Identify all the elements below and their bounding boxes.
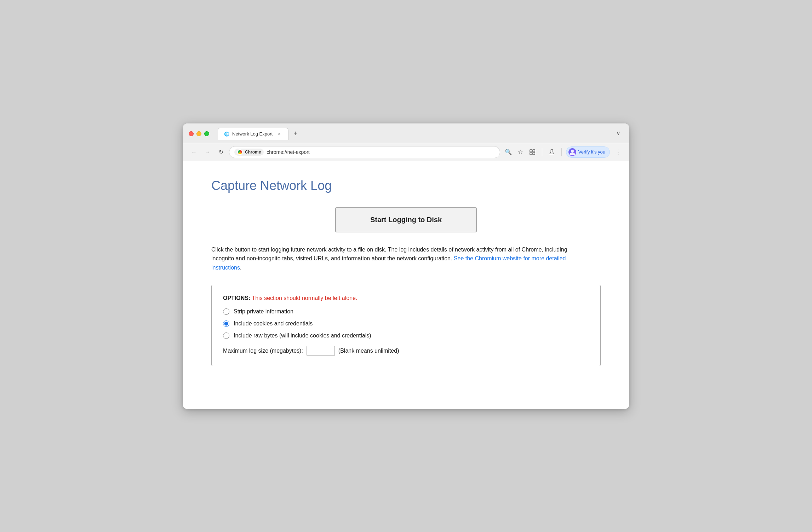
radio-group: Strip private information Include cookie… <box>223 308 589 339</box>
max-size-label: Maximum log size (megabytes): <box>223 348 303 354</box>
tabs-row: 🌐 Network Log Export × + <box>218 128 301 140</box>
svg-rect-2 <box>530 152 532 154</box>
browser-window: 🌐 Network Log Export × + ∨ ← → ↻ Chrome … <box>183 123 629 409</box>
nav-icons: 🔍 ☆ <box>503 147 538 157</box>
close-button[interactable] <box>189 131 194 136</box>
avatar <box>568 148 576 156</box>
maximize-button[interactable] <box>204 131 209 136</box>
page-title: Capture Network Log <box>211 178 601 193</box>
reload-button[interactable]: ↻ <box>216 147 226 157</box>
radio-strip[interactable] <box>223 308 229 315</box>
tab-favicon: 🌐 <box>224 131 229 137</box>
chrome-badge: Chrome <box>234 149 264 156</box>
nav-divider-2 <box>561 148 562 156</box>
lab-icon[interactable] <box>547 147 557 157</box>
page-content: Capture Network Log Start Logging to Dis… <box>183 161 629 409</box>
menu-button[interactable]: ⋮ <box>613 147 623 157</box>
chrome-label: Chrome <box>245 150 261 155</box>
verify-label: Verify it's you <box>578 149 605 155</box>
search-icon[interactable]: 🔍 <box>503 147 514 157</box>
radio-item-strip[interactable]: Strip private information <box>223 308 589 315</box>
radio-raw-label: Include raw bytes (will include cookies … <box>234 332 371 339</box>
extension-icon[interactable] <box>527 147 538 157</box>
profile-button[interactable]: Verify it's you <box>566 146 610 158</box>
max-size-row: Maximum log size (megabytes): (Blank mea… <box>223 346 589 356</box>
svg-rect-1 <box>533 149 535 151</box>
new-tab-button[interactable]: + <box>290 128 301 139</box>
radio-item-cookies[interactable]: Include cookies and credentials <box>223 320 589 327</box>
active-tab[interactable]: 🌐 Network Log Export × <box>218 128 288 140</box>
description-end: . <box>240 265 241 271</box>
tab-title: Network Log Export <box>232 131 273 137</box>
radio-strip-label: Strip private information <box>234 308 293 315</box>
bookmark-icon[interactable]: ☆ <box>515 147 526 157</box>
navigation-bar: ← → ↻ Chrome chrome://net-export 🔍 ☆ <box>183 143 629 161</box>
svg-rect-3 <box>533 152 535 154</box>
max-size-input[interactable] <box>307 346 335 356</box>
minimize-button[interactable] <box>196 131 201 136</box>
svg-rect-0 <box>530 149 532 151</box>
options-header: OPTIONS: This section should normally be… <box>223 295 589 301</box>
nav-divider <box>542 148 542 156</box>
url-text: chrome://net-export <box>267 149 494 155</box>
back-button[interactable]: ← <box>189 147 199 157</box>
chrome-icon <box>237 149 243 155</box>
options-warning: This section should normally be left alo… <box>252 295 358 301</box>
tab-close-button[interactable]: × <box>276 131 282 137</box>
expand-button[interactable]: ∨ <box>613 128 623 138</box>
svg-point-4 <box>571 150 574 152</box>
address-bar[interactable]: Chrome chrome://net-export <box>229 146 500 158</box>
radio-raw[interactable] <box>223 332 229 339</box>
start-logging-button[interactable]: Start Logging to Disk <box>335 207 477 232</box>
radio-cookies[interactable] <box>223 320 229 327</box>
radio-cookies-label: Include cookies and credentials <box>234 320 313 327</box>
options-label: OPTIONS: <box>223 295 250 301</box>
options-box: OPTIONS: This section should normally be… <box>211 285 601 366</box>
max-size-hint: (Blank means unlimited) <box>338 348 399 354</box>
description-text: Click the button to start logging future… <box>211 245 583 272</box>
traffic-lights <box>189 131 209 136</box>
radio-item-raw[interactable]: Include raw bytes (will include cookies … <box>223 332 589 339</box>
forward-button[interactable]: → <box>202 147 213 157</box>
title-bar: 🌐 Network Log Export × + ∨ <box>183 123 629 143</box>
